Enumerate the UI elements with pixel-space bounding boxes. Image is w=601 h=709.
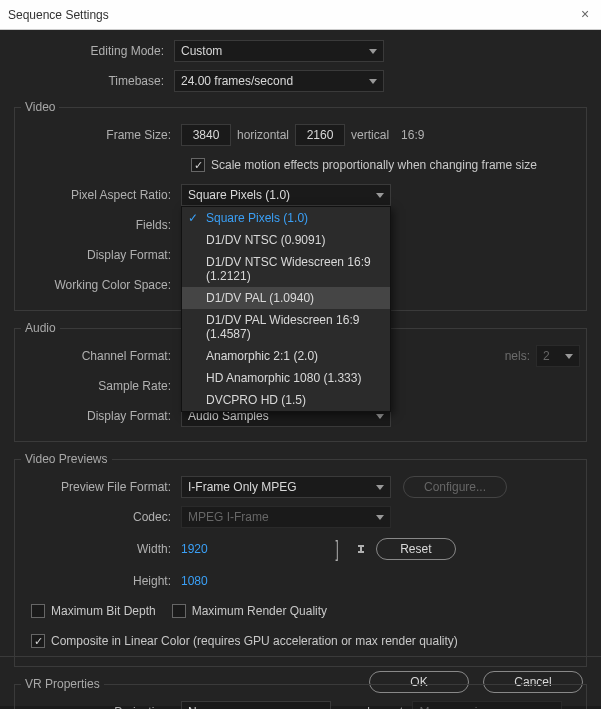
horizontal-label: horizontal	[231, 128, 295, 142]
chevron-down-icon	[376, 414, 384, 419]
editing-mode-select[interactable]: Custom	[174, 40, 384, 62]
channels-partlabel: nels:	[499, 349, 536, 363]
vr-section: VR Properties Projection: None Layout: M…	[14, 677, 587, 709]
channels-value: 2	[543, 349, 550, 363]
working-color-label: Working Color Space:	[21, 278, 181, 292]
dropdown-item[interactable]: Anamorphic 2:1 (2.0)	[182, 345, 390, 367]
pixel-aspect-select[interactable]: Square Pixels (1.0)	[181, 184, 391, 206]
display-format-v-label: Display Format:	[21, 248, 181, 262]
composite-linear-checkbox[interactable]	[31, 634, 45, 648]
composite-linear-label: Composite in Linear Color (requires GPU …	[51, 634, 458, 648]
chevron-down-icon	[369, 79, 377, 84]
editing-mode-value: Custom	[181, 44, 222, 58]
timebase-select[interactable]: 24.00 frames/second	[174, 70, 384, 92]
preview-format-select[interactable]: I-Frame Only MPEG	[181, 476, 391, 498]
display-format-a-label: Display Format:	[21, 409, 181, 423]
preview-height-label: Height:	[21, 574, 181, 588]
dropdown-item[interactable]: D1/DV NTSC Widescreen 16:9 (1.2121)	[182, 251, 390, 287]
max-bit-depth-label: Maximum Bit Depth	[51, 604, 156, 618]
pixel-aspect-value: Square Pixels (1.0)	[188, 188, 290, 202]
video-legend: Video	[21, 100, 59, 114]
frame-height-input[interactable]: 2160	[295, 124, 345, 146]
close-icon[interactable]: ×	[577, 7, 593, 23]
audio-legend: Audio	[21, 321, 60, 335]
projection-select[interactable]: None	[181, 701, 331, 709]
configure-button: Configure...	[403, 476, 507, 498]
dropdown-item[interactable]: HD Anamorphic 1080 (1.333)	[182, 367, 390, 389]
layout-value: Monoscopic	[419, 705, 483, 709]
channels-select: 2	[536, 345, 580, 367]
max-bit-depth-checkbox[interactable]	[31, 604, 45, 618]
aspect-label: 16:9	[395, 128, 430, 142]
previews-section: Video Previews Preview File Format: I-Fr…	[14, 452, 587, 667]
preview-format-label: Preview File Format:	[21, 480, 181, 494]
previews-legend: Video Previews	[21, 452, 112, 466]
sample-rate-label: Sample Rate:	[21, 379, 181, 393]
chevron-down-icon	[369, 49, 377, 54]
link-icon[interactable]	[354, 542, 368, 556]
chevron-down-icon	[376, 193, 384, 198]
dropdown-item[interactable]: DVCPRO HD (1.5)	[182, 389, 390, 411]
preview-height-value[interactable]: 1080	[181, 574, 208, 588]
dropdown-item[interactable]: Square Pixels (1.0)	[182, 207, 390, 229]
preview-width-label: Width:	[21, 542, 181, 556]
reset-button[interactable]: Reset	[376, 538, 456, 560]
dialog-content: Editing Mode: Custom Timebase: 24.00 fra…	[0, 30, 601, 656]
frame-size-label: Frame Size:	[21, 128, 181, 142]
bracket-icon: ]	[332, 536, 341, 562]
codec-select: MPEG I-Frame	[181, 506, 391, 528]
dropdown-item[interactable]: D1/DV NTSC (0.9091)	[182, 229, 390, 251]
timebase-label: Timebase:	[14, 74, 174, 88]
projection-label: Projection:	[21, 705, 181, 709]
dropdown-item[interactable]: D1/DV PAL Widescreen 16:9 (1.4587)	[182, 309, 390, 345]
timebase-value: 24.00 frames/second	[181, 74, 293, 88]
max-render-quality-label: Maximum Render Quality	[192, 604, 327, 618]
scale-motion-checkbox[interactable]	[191, 158, 205, 172]
preview-width-value[interactable]: 1920	[181, 542, 208, 556]
scale-motion-label: Scale motion effects proportionally when…	[211, 158, 537, 172]
chevron-down-icon	[565, 354, 573, 359]
fields-label: Fields:	[21, 218, 181, 232]
pixel-aspect-dropdown: Square Pixels (1.0) D1/DV NTSC (0.9091) …	[181, 206, 391, 412]
vertical-label: vertical	[345, 128, 395, 142]
frame-width-input[interactable]: 3840	[181, 124, 231, 146]
video-section: Video Frame Size: 3840 horizontal 2160 v…	[14, 100, 587, 311]
editing-mode-label: Editing Mode:	[14, 44, 174, 58]
preview-format-value: I-Frame Only MPEG	[188, 480, 297, 494]
channel-format-label: Channel Format:	[21, 349, 181, 363]
chevron-down-icon	[376, 515, 384, 520]
layout-select: Monoscopic	[412, 701, 562, 709]
window-title: Sequence Settings	[8, 8, 109, 22]
projection-value: None	[188, 705, 217, 709]
chevron-down-icon	[376, 485, 384, 490]
dropdown-item[interactable]: D1/DV PAL (1.0940)	[182, 287, 390, 309]
pixel-aspect-label: Pixel Aspect Ratio:	[21, 188, 181, 202]
layout-label: Layout:	[361, 705, 412, 709]
max-render-quality-checkbox[interactable]	[172, 604, 186, 618]
vr-legend: VR Properties	[21, 677, 104, 691]
titlebar: Sequence Settings ×	[0, 0, 601, 30]
codec-label: Codec:	[21, 510, 181, 524]
codec-value: MPEG I-Frame	[188, 510, 269, 524]
